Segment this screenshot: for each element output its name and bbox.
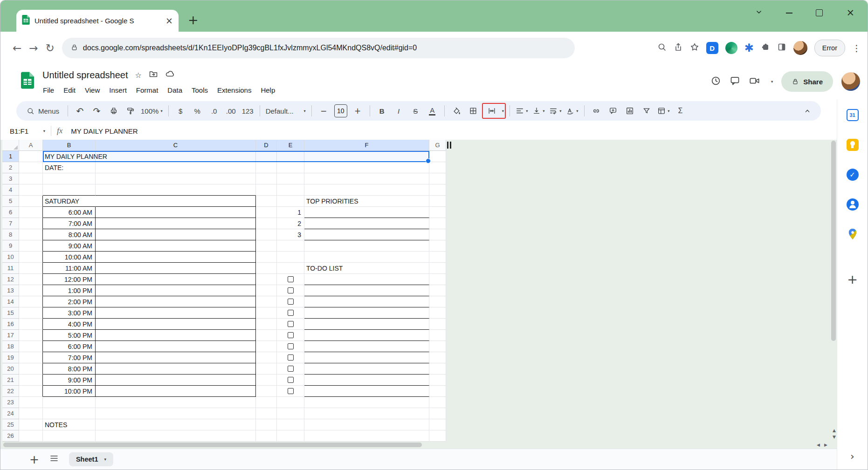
cell-E2[interactable] [277,162,304,173]
cell-G25[interactable] [429,419,446,430]
cell-G8[interactable] [429,229,446,240]
cell-E21[interactable] [277,375,304,386]
todo-checkbox[interactable] [288,299,294,305]
cell-B16[interactable]: 4:00 PM [43,319,96,330]
cell-G17[interactable] [429,330,446,341]
cell-C7[interactable] [96,218,256,229]
cell-B21[interactable]: 9:00 PM [43,375,96,386]
cell-D4[interactable] [256,184,277,196]
cell-D25[interactable] [256,419,277,430]
todo-checkbox[interactable] [288,377,294,383]
cell-A7[interactable] [19,218,43,229]
cell-C20[interactable] [96,363,256,375]
menu-insert[interactable]: Insert [105,85,131,95]
cell-B18[interactable]: 6:00 PM [43,341,96,352]
cell-D20[interactable] [256,363,277,375]
cell-F20[interactable] [304,363,429,375]
cell-G16[interactable] [429,319,446,330]
cell-B3[interactable] [43,173,96,184]
cell-E11[interactable] [277,263,304,274]
row-header-9[interactable]: 9 [2,240,19,252]
cell-C8[interactable] [96,229,256,240]
cell-D12[interactable] [256,274,277,285]
column-header-F[interactable]: F [304,140,429,151]
horizontal-align-button[interactable]: ▾ [514,104,530,118]
cell-A25[interactable] [19,419,43,430]
forward-icon[interactable]: → [29,43,38,54]
cell-F15[interactable] [304,307,429,319]
row-header-11[interactable]: 11 [2,263,19,274]
row-header-18[interactable]: 18 [2,341,19,352]
cell-A11[interactable] [19,263,43,274]
format-percent-button[interactable]: % [189,104,206,118]
todo-checkbox[interactable] [288,354,294,361]
cell-C23[interactable] [96,397,256,408]
cell-G26[interactable] [429,430,446,442]
format-currency-button[interactable]: $ [172,104,189,118]
cell-F16[interactable] [304,319,429,330]
cell-C9[interactable] [96,240,256,252]
cell-D3[interactable] [256,173,277,184]
cell-F12[interactable] [304,274,429,285]
insert-comment-button[interactable] [605,104,621,118]
menus-search-button[interactable]: Menus [22,107,64,115]
row-header-5[interactable]: 5 [2,196,19,207]
cell-D8[interactable] [256,229,277,240]
cell-D17[interactable] [256,330,277,341]
cell-C6[interactable] [96,207,256,218]
cell-F26[interactable] [304,430,429,442]
cell-D24[interactable] [256,408,277,419]
cell-A14[interactable] [19,296,43,307]
cell-F10[interactable] [304,252,429,263]
cell-B8[interactable]: 8:00 AM [43,229,96,240]
cell-D7[interactable] [256,218,277,229]
cell-F24[interactable] [304,408,429,419]
extension-asterisk-icon[interactable]: ✱ [744,42,754,54]
show-side-panel-icon[interactable]: › [850,450,854,462]
cell-E9[interactable] [277,240,304,252]
cell-A5[interactable] [19,196,43,207]
cell-F14[interactable] [304,296,429,307]
tasks-icon[interactable]: ✓ [847,169,859,181]
horizontal-scrollbar[interactable] [3,443,422,447]
cell-A16[interactable] [19,319,43,330]
meet-caret-icon[interactable]: ▾ [771,79,773,84]
cell-G18[interactable] [429,341,446,352]
cell-A3[interactable] [19,173,43,184]
cell-E12[interactable] [277,274,304,285]
select-all-corner[interactable] [2,140,19,151]
cell-G6[interactable] [429,207,446,218]
print-button[interactable] [105,104,122,118]
column-header-G[interactable]: G [429,140,446,151]
cell-A21[interactable] [19,375,43,386]
move-folder-icon[interactable] [149,69,158,81]
cell-F18[interactable] [304,341,429,352]
cell-F17[interactable] [304,330,429,341]
cell-B24[interactable] [43,408,96,419]
cell-C4[interactable] [96,184,256,196]
cell-D11[interactable] [256,263,277,274]
column-header-A[interactable]: A [19,140,43,151]
add-sheet-button[interactable]: + [29,454,39,465]
row-header-21[interactable]: 21 [2,375,19,386]
cell-D2[interactable] [256,162,277,173]
row-header-8[interactable]: 8 [2,229,19,240]
cell-B22[interactable]: 10:00 PM [43,386,96,397]
cell-A4[interactable] [19,184,43,196]
cell-E3[interactable] [277,173,304,184]
menu-view[interactable]: View [81,85,104,95]
cell-D19[interactable] [256,352,277,363]
row-header-15[interactable]: 15 [2,307,19,319]
todo-checkbox[interactable] [288,332,294,338]
merge-cells-caret-icon[interactable]: ▾ [502,109,504,113]
row-header-16[interactable]: 16 [2,319,19,330]
maximize-button[interactable] [816,9,823,16]
cell-A22[interactable] [19,386,43,397]
cell-C14[interactable] [96,296,256,307]
cell-D15[interactable] [256,307,277,319]
scroll-left-icon[interactable]: ◀ [817,443,820,447]
todo-checkbox[interactable] [288,287,294,293]
cell-B26[interactable] [43,430,96,442]
cell-E4[interactable] [277,184,304,196]
cell-C22[interactable] [96,386,256,397]
